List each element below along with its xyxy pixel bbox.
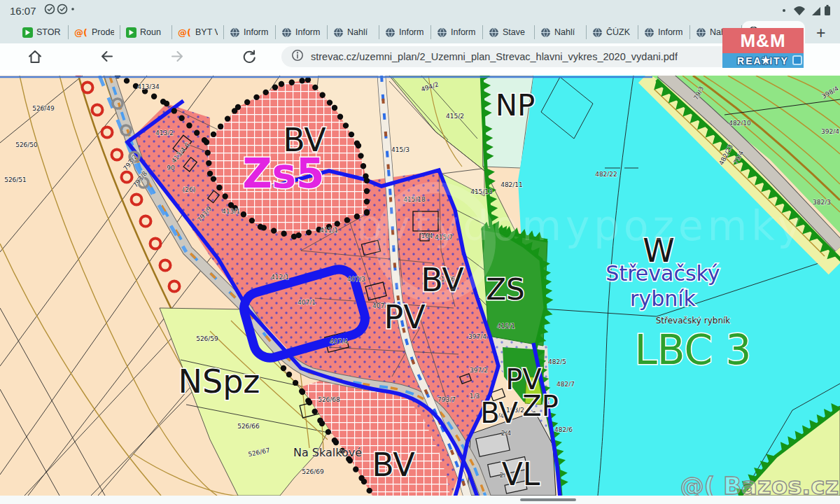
system-status-icons bbox=[780, 4, 833, 20]
parcel-label: 413/2 bbox=[155, 130, 174, 136]
mm-logo-bottom: REALITY ★ bbox=[722, 53, 804, 68]
parcel-label: 407/4 bbox=[330, 338, 348, 345]
parcel-label: 407/1 bbox=[298, 299, 316, 306]
parcel-label: 411/1 bbox=[320, 227, 338, 234]
tab-label: Nahlí bbox=[554, 27, 575, 37]
mm-logo-app-icon bbox=[792, 55, 802, 65]
browser-tab[interactable]: @(BYT V bbox=[172, 25, 224, 39]
notification-check-icons bbox=[43, 3, 80, 18]
parcel-label: 90 bbox=[167, 164, 175, 172]
page-info-icon[interactable] bbox=[291, 49, 304, 64]
globe-icon bbox=[540, 27, 551, 38]
tab-label: STOR bbox=[36, 27, 61, 37]
globe-icon bbox=[437, 27, 447, 38]
place-label: rybník bbox=[630, 286, 696, 311]
parcel-label: 482/11 bbox=[500, 181, 523, 188]
tab-label: Stave bbox=[503, 27, 525, 37]
globe-icon bbox=[489, 27, 499, 38]
mm-reality-logo: M&M REALITY ★ bbox=[722, 28, 804, 68]
tab-label: BYT V bbox=[195, 27, 218, 37]
parcel-label: 413/1 bbox=[222, 208, 240, 215]
clock: 16:07 bbox=[10, 5, 36, 17]
parcel-label: (26) bbox=[183, 186, 195, 193]
star-icon: ★ bbox=[761, 54, 771, 66]
parcel-label: 415/2 bbox=[446, 113, 464, 120]
browser-tab[interactable]: Roun bbox=[120, 25, 172, 39]
browser-toolbar: strevac.cz/uzemni_plan/2_Uzemni_plan_Str… bbox=[0, 43, 840, 70]
tab-label: Inform bbox=[451, 27, 475, 37]
place-label: Střevačský rybník bbox=[656, 316, 731, 326]
globe-icon bbox=[696, 27, 706, 38]
new-tab-button[interactable]: + bbox=[816, 22, 825, 43]
tab-strip: STOR@(ProdeRoun@(BYT VInformInformNahlíI… bbox=[0, 21, 840, 43]
svg-text:@(: @( bbox=[74, 27, 88, 37]
parcel-label: 793/7 bbox=[438, 396, 456, 403]
globe-icon bbox=[644, 27, 654, 38]
browser-tab[interactable]: Inform bbox=[638, 25, 690, 39]
parcel-label: 526/68 bbox=[318, 396, 340, 403]
zone-label: BV bbox=[372, 446, 415, 484]
back-button[interactable] bbox=[98, 48, 115, 65]
center-watermark: bytydomypozemky bbox=[356, 202, 806, 250]
browser-tab[interactable]: Nahlí bbox=[535, 25, 587, 39]
place-label: Na Skalkové bbox=[293, 446, 362, 459]
url-bar[interactable]: strevac.cz/uzemni_plan/2_Uzemni_plan_Str… bbox=[281, 46, 747, 67]
tab-label: Inform bbox=[658, 27, 682, 37]
parcel-label: 526/49 bbox=[32, 105, 55, 112]
battery-icon bbox=[825, 6, 830, 15]
parcel-label: 482/10 bbox=[729, 120, 751, 127]
parcel-label: 482/5 bbox=[548, 358, 566, 365]
zone-label: LBC 3 bbox=[635, 326, 752, 374]
tab-label: Prode bbox=[92, 27, 114, 37]
browser-tab[interactable]: Inform bbox=[379, 25, 431, 39]
parcel-label: 482/7 bbox=[556, 381, 575, 388]
parcel-label: 415/13 bbox=[470, 188, 493, 195]
mm-logo-top: M&M bbox=[722, 28, 804, 53]
parcel-label: 415/1 bbox=[497, 323, 515, 330]
parcel-label: 382/3 bbox=[813, 199, 831, 206]
tab-label: Inform bbox=[399, 27, 424, 37]
url-text: strevac.cz/uzemni_plan/2_Uzemni_plan_Str… bbox=[311, 51, 678, 62]
tab-label: ČÚZK bbox=[606, 27, 630, 37]
background-tabs: STOR@(ProdeRoun@(BYT VInformInformNahlíI… bbox=[17, 21, 742, 43]
forward-button[interactable] bbox=[169, 48, 186, 65]
parcel-label: 392/4 bbox=[821, 128, 839, 135]
zone-label: ZS bbox=[486, 272, 524, 307]
svg-text:@(: @( bbox=[178, 27, 191, 37]
parcel-label: 482/22 bbox=[595, 171, 617, 178]
browser-tab[interactable]: @(Prode bbox=[69, 25, 120, 39]
globe-icon bbox=[230, 27, 240, 38]
parcel-label: 526/66 bbox=[237, 423, 260, 430]
tab-label: Inform bbox=[244, 27, 268, 37]
browser-tab[interactable]: STOR bbox=[17, 25, 69, 39]
reload-button[interactable] bbox=[241, 48, 258, 65]
parcel-label: 526/50 bbox=[15, 141, 38, 148]
gesture-nav-area bbox=[0, 496, 840, 504]
browser-tab[interactable]: Nahlí bbox=[328, 25, 379, 39]
parcel-label: 397/2 bbox=[470, 367, 488, 374]
zoning-map: 526/49526/50526/51413/34793/2793/8413/24… bbox=[0, 76, 840, 496]
parcel-label: 482/6 bbox=[554, 426, 573, 433]
browser-tab[interactable]: Inform bbox=[431, 25, 483, 39]
tab-label: Nahlí bbox=[347, 27, 368, 37]
parcel-label: 415/3 bbox=[391, 146, 410, 153]
browser-tab[interactable]: Stave bbox=[483, 25, 535, 39]
browser-tab[interactable]: Inform bbox=[224, 25, 276, 39]
zoning-map-pdf[interactable]: 526/49526/50526/51413/34793/2793/8413/24… bbox=[0, 76, 840, 496]
parcel-label: 413/34 bbox=[137, 83, 160, 90]
bazos-icon: @( bbox=[74, 27, 88, 37]
gesture-nav-pill[interactable] bbox=[520, 498, 576, 501]
parcel-label: 397/4 bbox=[468, 333, 486, 340]
zone-label: VL bbox=[502, 456, 540, 492]
green-app-icon bbox=[126, 27, 136, 38]
parcel-label: 526/51 bbox=[4, 176, 27, 183]
home-button[interactable] bbox=[27, 48, 43, 65]
tab-label: Inform bbox=[295, 27, 320, 37]
parcel-label: 407/3 bbox=[347, 276, 365, 283]
bazos-icon: @( bbox=[178, 27, 192, 37]
parcel-label: 526/59 bbox=[196, 335, 218, 342]
bazos-watermark: @( Bazos.cz bbox=[680, 472, 839, 496]
globe-icon bbox=[385, 27, 396, 38]
browser-tab[interactable]: Inform bbox=[276, 25, 328, 39]
browser-tab[interactable]: ČÚZK bbox=[587, 25, 638, 39]
